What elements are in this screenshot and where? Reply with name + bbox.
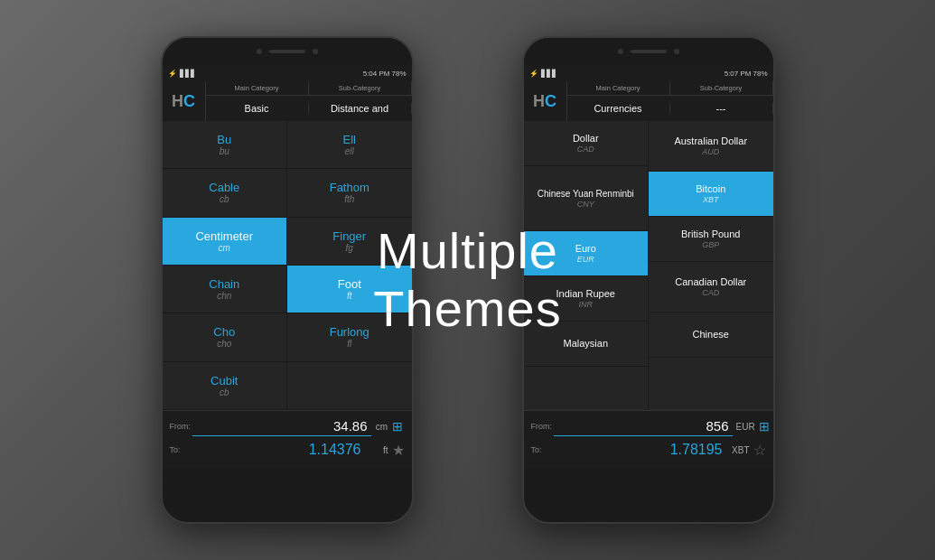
list-item-finger[interactable]: Finger fg [287, 218, 412, 266]
main-wrapper: ⚡ ▋▋▋ 5:04 PM 78% HC Main Category Sub-C… [0, 0, 935, 560]
curr-inr[interactable]: Indian Rupee INR [524, 276, 649, 322]
phone-top-bar-right [524, 38, 773, 65]
speaker-left [269, 50, 305, 53]
battery-left: 78% [391, 70, 406, 78]
status-left-left: ⚡ ▋▋▋ [168, 70, 196, 78]
curr-cny[interactable]: Chinese Yuan Renminbi CNY [524, 166, 649, 231]
main-cat-label-right: Main Category [567, 81, 670, 95]
hc-logo-left: HC [163, 81, 206, 121]
category-labels-right: Main Category Sub-Category [567, 81, 773, 96]
usb-icon: ⚡ [168, 70, 177, 78]
star-icon-right[interactable]: ☆ [753, 442, 766, 459]
status-right-right: 5:07 PM 78% [725, 70, 768, 78]
sub-cat-value-right[interactable]: --- [670, 103, 773, 114]
from-input-right[interactable] [554, 416, 733, 436]
list-item-empty [287, 362, 412, 410]
from-label-left: From: [170, 422, 192, 431]
list-item-fathom[interactable]: Fathom fth [287, 169, 412, 217]
list-item-cho[interactable]: Cho cho [163, 313, 287, 361]
curr-myr[interactable]: Malaysian [524, 322, 649, 367]
main-cat-value-left[interactable]: Basic [206, 103, 309, 114]
curr-gbp[interactable]: British Pound GBP [649, 217, 773, 262]
signal-icon: ▋▋▋ [180, 70, 196, 78]
calculator-icon-left[interactable]: ⊞ [391, 416, 405, 436]
from-unit-left: cm [375, 422, 388, 432]
list-item-cable[interactable]: Cable cb [163, 169, 287, 217]
from-unit-right: EUR [736, 422, 755, 432]
sub-cat-label-right: Sub-Category [670, 81, 773, 95]
app-header-left: HC Main Category Sub-Category Basic Dist… [163, 81, 412, 121]
to-value-right: 1.78195 [554, 440, 726, 460]
calculator-icon-right[interactable]: ⊞ [759, 416, 770, 436]
list-col-2-right: Australian Dollar AUD Bitcoin XBT Britis… [649, 121, 773, 410]
time-left: 5:04 PM [363, 70, 390, 78]
list-area-left: Bu bu Cable cb Centimeter cm Chain chn C… [163, 121, 412, 410]
status-right-left: 5:04 PM 78% [363, 70, 407, 78]
curr-cad[interactable]: Canadian Dollar CAD [649, 262, 773, 313]
phone-left: ⚡ ▋▋▋ 5:04 PM 78% HC Main Category Sub-C… [161, 36, 414, 524]
input-area-left: From: cm ⊞ To: 1.14376 ft ★ [163, 410, 412, 469]
to-label-left: To: [170, 445, 192, 454]
main-cat-value-right[interactable]: Currencies [567, 103, 670, 114]
category-values-right: Currencies --- [567, 96, 773, 121]
status-bar-left: ⚡ ▋▋▋ 5:04 PM 78% [163, 65, 412, 81]
phone-right: ⚡ ▋▋▋ 5:07 PM 78% HC Main Category Sub-C… [522, 36, 775, 524]
phone-top-bar-left [163, 38, 412, 65]
hc-logo-right: HC [524, 81, 567, 121]
phone-bottom-right [524, 469, 773, 487]
list-col-2-left: Ell ell Fathom fth Finger fg Foot ft Fur… [287, 121, 412, 410]
to-unit-right: XBT [730, 445, 750, 455]
from-row-right: From: EUR ⊞ [531, 416, 766, 436]
sub-cat-value-left[interactable]: Distance and [309, 103, 412, 114]
list-item-bu[interactable]: Bu bu [163, 121, 287, 169]
list-col-1-left: Bu bu Cable cb Centimeter cm Chain chn C… [163, 121, 288, 410]
to-unit-left: ft [369, 445, 388, 455]
list-item-cubit[interactable]: Cubit cb [163, 362, 287, 410]
from-row-left: From: cm ⊞ [170, 416, 405, 436]
camera-left [257, 49, 262, 54]
input-area-right: From: EUR ⊞ To: 1.78195 XBT ☆ [524, 410, 773, 469]
main-cat-label-left: Main Category [206, 81, 309, 95]
to-value-left: 1.14376 [192, 440, 365, 460]
speaker-right [631, 50, 667, 53]
category-values-left: Basic Distance and [206, 96, 412, 121]
phone-bottom-left [163, 469, 412, 487]
from-label-right: From: [531, 422, 554, 431]
status-bar-right: ⚡ ▋▋▋ 5:07 PM 78% [524, 65, 773, 81]
star-icon-left[interactable]: ★ [392, 442, 405, 459]
curr-chinese[interactable]: Chinese [649, 313, 773, 358]
list-item-chain[interactable]: Chain chn [163, 266, 287, 313]
curr-dollar[interactable]: Dollar CAD [524, 121, 649, 166]
camera-right-right [674, 49, 679, 54]
curr-aud[interactable]: Australian Dollar AUD [649, 121, 773, 172]
sub-cat-label-left: Sub-Category [309, 81, 412, 95]
usb-icon-right: ⚡ [529, 70, 538, 78]
list-item-furlong[interactable]: Furlong fl [287, 313, 412, 361]
camera-right-left [313, 49, 318, 54]
to-label-right: To: [531, 445, 554, 454]
category-labels-left: Main Category Sub-Category [206, 81, 412, 96]
list-area-right: Dollar CAD Chinese Yuan Renminbi CNY Eur… [524, 121, 773, 410]
to-row-left: To: 1.14376 ft ★ [170, 440, 405, 460]
list-col-1-right: Dollar CAD Chinese Yuan Renminbi CNY Eur… [524, 121, 650, 410]
camera-left-right [618, 49, 623, 54]
to-row-right: To: 1.78195 XBT ☆ [531, 440, 766, 460]
category-section-right: Main Category Sub-Category Currencies --… [567, 81, 773, 121]
status-left-right: ⚡ ▋▋▋ [529, 70, 557, 78]
curr-bitcoin[interactable]: Bitcoin XBT [649, 172, 773, 217]
list-item-centimeter[interactable]: Centimeter cm [163, 218, 287, 266]
list-item-foot[interactable]: Foot ft [287, 266, 412, 313]
signal-icon-right: ▋▋▋ [541, 70, 557, 78]
time-right: 5:07 PM [725, 70, 752, 78]
app-header-right: HC Main Category Sub-Category Currencies… [524, 81, 773, 121]
curr-euro[interactable]: Euro EUR [524, 231, 649, 276]
list-item-ell[interactable]: Ell ell [287, 121, 412, 169]
from-input-left[interactable] [192, 416, 371, 436]
battery-right: 78% [753, 70, 767, 78]
category-section-left: Main Category Sub-Category Basic Distanc… [206, 81, 412, 121]
